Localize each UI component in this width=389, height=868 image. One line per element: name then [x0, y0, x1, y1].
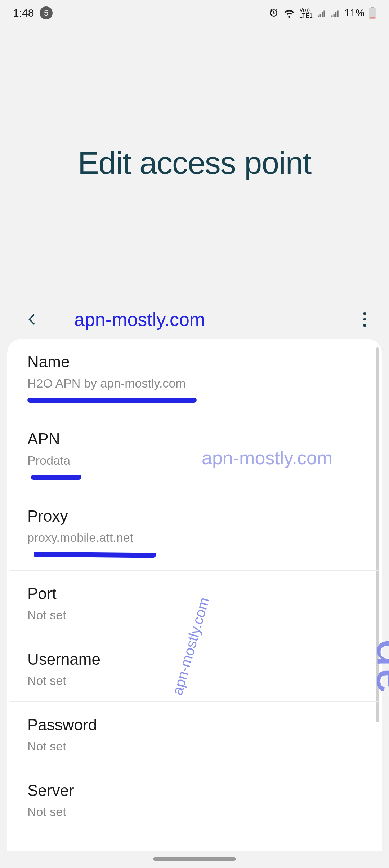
battery-percent: 11%: [344, 7, 365, 19]
setting-label: Username: [27, 649, 362, 669]
setting-label: Name: [27, 352, 362, 372]
svg-rect-0: [371, 7, 374, 8]
page-title: Edit access point: [78, 145, 311, 181]
setting-value: Not set: [27, 804, 362, 820]
battery-icon: [369, 7, 376, 19]
signal-bars-1-icon: [317, 8, 326, 18]
setting-item-name[interactable]: Name H2O APN by apn-mostly.com: [10, 339, 379, 416]
wifi-icon: [283, 7, 295, 19]
toolbar-title: apn-mostly.com: [40, 309, 357, 330]
setting-label: Port: [27, 584, 362, 603]
notification-count-icon: 5: [40, 6, 53, 19]
setting-value: Prodata: [27, 452, 362, 468]
setting-label: Password: [27, 715, 362, 735]
back-icon[interactable]: [25, 312, 40, 327]
setting-label: APN: [27, 429, 362, 449]
setting-value: Not set: [27, 673, 362, 688]
annotation-underline: [27, 398, 197, 403]
header-area: Edit access point: [0, 26, 389, 300]
setting-item-server[interactable]: Server Not set: [10, 767, 379, 833]
setting-value: H2O APN by apn-mostly.com: [27, 375, 362, 391]
setting-item-port[interactable]: Port Not set: [10, 571, 379, 636]
annotation-underline: [31, 475, 81, 480]
svg-rect-2: [370, 17, 375, 19]
setting-label: Proxy: [27, 506, 362, 526]
status-left: 1:48 5: [13, 6, 53, 19]
setting-item-proxy[interactable]: Proxy proxy.mobile.att.net: [10, 493, 379, 570]
alarm-icon: [268, 8, 279, 18]
settings-card: Name H2O APN by apn-mostly.com APN Proda…: [7, 339, 382, 851]
status-bar: 1:48 5 Vo)) LTE1 11%: [0, 0, 389, 26]
more-options-icon[interactable]: [357, 312, 372, 327]
setting-value: proxy.mobile.att.net: [27, 530, 362, 545]
setting-value: Not set: [27, 738, 362, 754]
annotation-underline: [34, 552, 156, 558]
setting-item-apn[interactable]: APN Prodata: [10, 416, 379, 493]
signal-bars-2-icon: [331, 8, 340, 18]
setting-item-password[interactable]: Password Not set: [10, 702, 379, 767]
navigation-handle[interactable]: [153, 857, 236, 861]
status-right: Vo)) LTE1 11%: [268, 7, 376, 19]
network-label: Vo)) LTE1: [299, 7, 313, 19]
setting-label: Server: [27, 780, 362, 800]
setting-value: Not set: [27, 607, 362, 623]
toolbar: apn-mostly.com: [0, 300, 389, 339]
setting-item-username[interactable]: Username Not set: [10, 636, 379, 702]
clock-time: 1:48: [13, 7, 34, 19]
